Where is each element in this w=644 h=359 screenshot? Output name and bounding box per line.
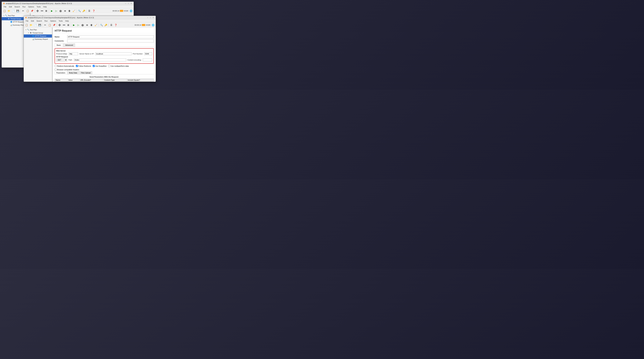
title-bar-1: 🔥 testplan0516.jmx (C:\Users\ayumu\Deskt… <box>2 2 134 5</box>
redirect-auto-checkbox-2[interactable] <box>54 65 57 67</box>
menu-tools-1[interactable]: Tools <box>36 5 42 8</box>
paste-button-2[interactable]: 📌 <box>52 23 56 27</box>
browser-compat-checkbox-2[interactable] <box>54 68 57 71</box>
clear-button-1[interactable]: 🗑 <box>67 9 72 13</box>
menu-edit-1[interactable]: Edit <box>8 5 13 8</box>
browser-compat-label-2[interactable]: Browser-compatible headers <box>54 68 79 71</box>
remove-button-2[interactable]: ➖ <box>62 23 66 27</box>
remote-start-button-1[interactable]: 🌐 <box>129 9 133 13</box>
follow-redirects-checkbox-2[interactable] <box>76 65 78 67</box>
clear-all-button-2[interactable]: 🧹 <box>94 23 98 27</box>
add-button-2[interactable]: ➕ <box>58 23 62 27</box>
search-button-1[interactable]: 🔍 <box>77 9 81 13</box>
list-button-1[interactable]: ☰ <box>87 9 91 13</box>
tree-item-httprequest-2[interactable]: 🔷 HTTP Request <box>24 34 52 37</box>
clear-button-2[interactable]: 🗑 <box>90 23 94 27</box>
menu-options-2[interactable]: Options <box>49 20 58 22</box>
menu-run-1[interactable]: Run <box>21 5 27 8</box>
help-button-1[interactable]: ❓ <box>92 9 96 13</box>
toolbar-1: 📋 📁 📄 💾 ✂ 📋 📌 ➕ ➖ ⊞ ▶ ▷ ⬤ ⏹ 🗑 🧹 🔍 🔑 ☰ ❓ … <box>2 8 134 13</box>
expand-button-2[interactable]: ⊞ <box>66 23 70 27</box>
menu-help-2[interactable]: Help <box>64 20 70 22</box>
save-button-1[interactable]: 💾 <box>16 9 20 13</box>
tree-item-threadgroup-2[interactable]: ▼ ⚙ Thread Group <box>24 31 52 34</box>
shutdown-button-1[interactable]: ⏹ <box>63 9 67 13</box>
close-button-1[interactable]: ✕ <box>130 2 132 4</box>
maximize-button-1[interactable]: □ <box>127 2 130 4</box>
open-button-2[interactable]: 📁 <box>29 23 33 27</box>
menu-edit-2[interactable]: Edit <box>30 20 35 22</box>
content-panel-2: HTTP Request Name: Comments: Basic Advan… <box>53 27 156 82</box>
remote-start-button-2[interactable]: 🌐 <box>151 23 155 27</box>
paste-button-1[interactable]: 📌 <box>30 9 34 13</box>
start-no-pause-button-1[interactable]: ▷ <box>54 9 58 13</box>
server-name-input-2[interactable] <box>95 52 132 55</box>
minimize-button-2[interactable]: ─ <box>146 16 149 19</box>
minimize-button-1[interactable]: ─ <box>124 2 127 4</box>
tree-item-summary-2[interactable]: 📊 Summary Report <box>24 37 52 41</box>
clear-all-button-1[interactable]: 🧹 <box>72 9 76 13</box>
port-input-2[interactable] <box>144 52 152 55</box>
col-value-2: Value <box>67 79 79 82</box>
menu-options-1[interactable]: Options <box>27 5 36 8</box>
save-templates-button-2[interactable]: 📄 <box>33 23 37 27</box>
window-title-2: testplan0516.jmx (C:\Users\ayumu\Desktop… <box>28 17 94 18</box>
save-templates-button-1[interactable]: 📄 <box>11 9 15 13</box>
remove-button-1[interactable]: ➖ <box>40 9 44 13</box>
start-button-1[interactable]: ▶ <box>50 9 54 13</box>
path-input-2[interactable] <box>74 58 126 61</box>
encoding-input-2[interactable] <box>143 58 152 61</box>
protocol-input-2[interactable] <box>68 52 78 55</box>
name-input-2[interactable] <box>67 35 154 38</box>
reset-button-1[interactable]: 🔑 <box>82 9 86 13</box>
add-button-1[interactable]: ➕ <box>36 9 40 13</box>
new-test-button-1[interactable]: 📋 <box>2 9 6 13</box>
close-button-2[interactable]: ✕ <box>152 16 154 19</box>
btab-filesupload-2[interactable]: Files Upload <box>79 71 92 74</box>
expand-button-1[interactable]: ⊞ <box>44 9 48 13</box>
menu-file-1[interactable]: File <box>2 5 8 8</box>
tab-basic-2[interactable]: Basic <box>54 43 63 47</box>
cut-button-1[interactable]: ✂ <box>21 9 25 13</box>
server-name-label-2: Server Name or IP: <box>79 53 94 55</box>
open-button-1[interactable]: 📁 <box>7 9 11 13</box>
expand-threadgroup-2: ▼ <box>28 32 30 34</box>
menu-tools-2[interactable]: Tools <box>58 20 64 22</box>
copy-button-1[interactable]: 📋 <box>26 9 30 13</box>
tab-advanced-2[interactable]: Advanced <box>63 43 75 47</box>
search-button-2[interactable]: 🔍 <box>99 23 104 27</box>
list-button-2[interactable]: ☰ <box>109 23 113 27</box>
menu-file-2[interactable]: File <box>24 20 30 22</box>
menu-search-1[interactable]: Search <box>13 5 21 8</box>
comments-input-2[interactable] <box>67 39 154 42</box>
tree-item-testplan-2[interactable]: ▼ 🔧 Test Plan <box>24 28 52 31</box>
copy-button-2[interactable]: 📋 <box>48 23 52 27</box>
menu-run-2[interactable]: Run <box>43 20 49 22</box>
maximize-button-2[interactable]: □ <box>149 16 152 19</box>
new-test-button-2[interactable]: 📋 <box>24 23 28 27</box>
btab-params-2[interactable]: Parameters <box>54 71 67 74</box>
stop-button-1[interactable]: ⬤ <box>58 9 63 13</box>
help-button-2[interactable]: ❓ <box>114 23 118 27</box>
save-button-2[interactable]: 💾 <box>38 23 42 27</box>
keepalive-checkbox-2[interactable] <box>93 65 95 67</box>
main-area-2: ▼ 🔧 Test Plan ▼ ⚙ Thread Group 🔷 HTTP Re… <box>24 27 156 82</box>
multipart-label-2[interactable]: Use multipart/form-data <box>108 65 129 67</box>
multipart-checkbox-2[interactable] <box>108 65 110 67</box>
method-select-2[interactable]: GET POST PUT DELETE <box>56 58 67 61</box>
summary-label-2: Summary Report <box>35 38 48 40</box>
shutdown-button-2[interactable]: ⏹ <box>85 23 89 27</box>
redirect-auto-label-2[interactable]: Redirect Automatically <box>54 65 74 67</box>
keepalive-label-2[interactable]: Use KeepAlive <box>93 65 106 67</box>
warning-badge-1: ⚠ 0 <box>120 10 124 12</box>
follow-redirects-label-2[interactable]: Follow Redirects <box>76 65 91 67</box>
start-button-2[interactable]: ▶ <box>72 23 76 27</box>
reset-button-2[interactable]: 🔑 <box>104 23 108 27</box>
start-no-pause-button-2[interactable]: ▷ <box>76 23 80 27</box>
cut-button-2[interactable]: ✂ <box>43 23 47 27</box>
menu-help-1[interactable]: Help <box>42 5 48 8</box>
stop-button-2[interactable]: ⬤ <box>80 23 85 27</box>
btab-bodydata-2[interactable]: Body Data <box>67 71 79 74</box>
menu-search-2[interactable]: Search <box>35 20 43 22</box>
warning-badge-2: ⚠ 0 <box>142 24 146 26</box>
